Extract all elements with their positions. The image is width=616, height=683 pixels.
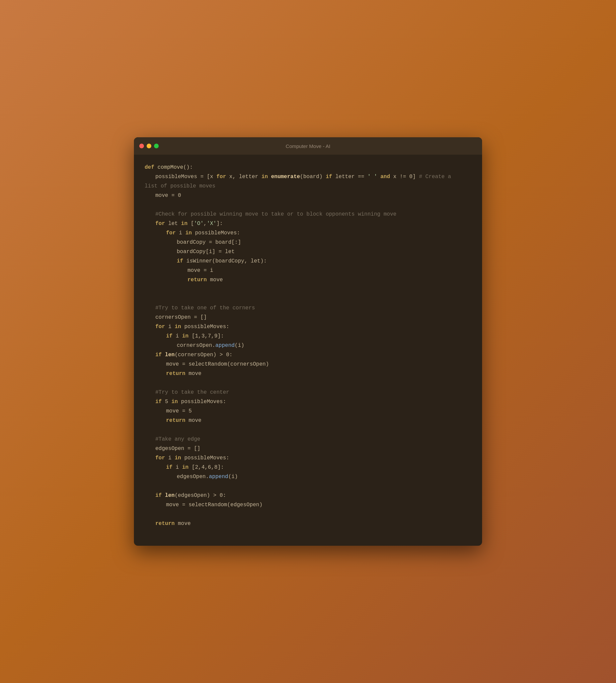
code-window: Computer Move - AI def compMove(): possi… — [134, 137, 482, 546]
empty-line — [145, 481, 471, 491]
code-line: edgesOpen = [] — [145, 444, 471, 453]
code-line: move = i — [145, 266, 471, 275]
code-line: for let in ['O','X']: — [145, 219, 471, 228]
code-line: if isWinner(boardCopy, let): — [145, 257, 471, 266]
window-title: Computer Move - AI — [286, 143, 330, 149]
close-button[interactable] — [139, 144, 144, 148]
empty-line — [145, 378, 471, 388]
code-line: list of possible moves — [145, 181, 471, 191]
code-line: move = 0 — [145, 191, 471, 200]
minimize-button[interactable] — [147, 144, 151, 148]
code-line: #Check for possible winning move to take… — [145, 210, 471, 219]
code-line: for i in possibleMoves: — [145, 453, 471, 463]
code-line: edgesOpen.append(i) — [145, 472, 471, 481]
code-line: move = selectRandom(edgesOpen) — [145, 500, 471, 510]
code-line: return move — [145, 519, 471, 528]
code-line: for i in possibleMoves: — [145, 322, 471, 331]
code-line: for i in possibleMoves: — [145, 228, 471, 238]
code-line: if i in [2,4,6,8]: — [145, 463, 471, 472]
code-line: move = selectRandom(cornersOpen) — [145, 359, 471, 369]
traffic-lights — [139, 144, 159, 148]
code-editor: def compMove(): possibleMoves = [x for x… — [134, 155, 482, 546]
code-line: if i in [1,3,7,9]: — [145, 331, 471, 341]
maximize-button[interactable] — [154, 144, 159, 148]
empty-line — [145, 528, 471, 538]
code-line: cornersOpen.append(i) — [145, 341, 471, 350]
code-line: if len(cornersOpen) > 0: — [145, 350, 471, 359]
empty-line — [145, 510, 471, 519]
code-line: #Take any edge — [145, 435, 471, 444]
code-line: return move — [145, 416, 471, 425]
empty-line — [145, 285, 471, 294]
code-line: #Try to take one of the corners — [145, 303, 471, 313]
code-line: return move — [145, 369, 471, 378]
empty-line — [145, 294, 471, 303]
code-line: if 5 in possibleMoves: — [145, 397, 471, 406]
code-line: #Try to take the center — [145, 388, 471, 397]
code-line: move = 5 — [145, 406, 471, 416]
code-line: boardCopy[i] = let — [145, 247, 471, 257]
empty-line — [145, 200, 471, 210]
code-line: def compMove(): — [145, 163, 471, 172]
code-line: boardCopy = board[:] — [145, 238, 471, 247]
empty-line — [145, 425, 471, 435]
titlebar: Computer Move - AI — [134, 137, 482, 155]
code-line: if len(edgesOpen) > 0: — [145, 491, 471, 500]
code-line: cornersOpen = [] — [145, 313, 471, 322]
code-line: possibleMoves = [x for x, letter in enum… — [145, 172, 471, 181]
code-line: return move — [145, 275, 471, 285]
